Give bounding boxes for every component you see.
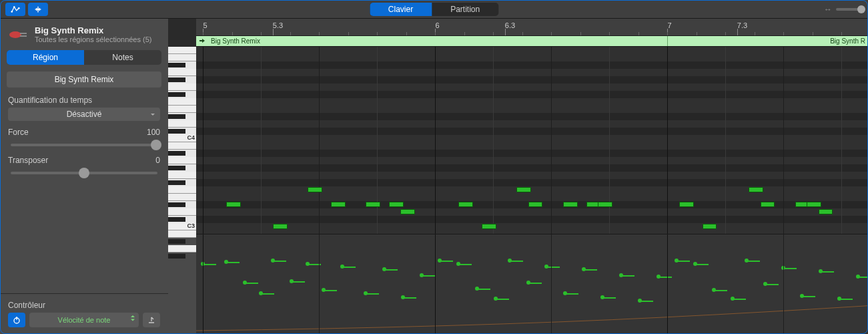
velocity-point[interactable] — [422, 275, 435, 334]
force-value: 100 — [147, 128, 160, 137]
velocity-point[interactable] — [292, 281, 305, 334]
velocity-point[interactable] — [226, 262, 240, 334]
midi-note[interactable] — [761, 202, 775, 207]
midi-note[interactable] — [528, 202, 543, 207]
midi-note[interactable] — [819, 209, 833, 214]
midi-note[interactable] — [389, 202, 404, 207]
velocity-point[interactable] — [203, 264, 216, 334]
controller-mode-dropdown[interactable]: Vélocité de note — [29, 313, 139, 327]
region-header-bar[interactable]: Big Synth Remix Big Synth R — [196, 36, 868, 47]
velocity-lane[interactable] — [196, 234, 868, 334]
velocity-point[interactable] — [384, 269, 398, 334]
inspector-mode-tabs: Région Notes — [7, 50, 161, 65]
velocity-point[interactable] — [765, 284, 779, 334]
piano-area: C4C3 — [168, 47, 868, 234]
velocity-point[interactable] — [440, 261, 453, 334]
midi-note[interactable] — [226, 202, 241, 207]
region-name-field[interactable]: Big Synth Remix — [7, 71, 161, 88]
power-icon — [13, 316, 21, 324]
ruler-tick: 6.3 — [505, 21, 515, 29]
midi-note[interactable] — [563, 202, 578, 207]
svg-point-3 — [9, 31, 21, 38]
midi-note[interactable] — [703, 224, 717, 229]
velocity-point[interactable] — [273, 261, 286, 334]
controller-block: Contrôleur Vélocité de note — [0, 293, 168, 334]
velocity-point[interactable] — [858, 277, 868, 334]
midi-note[interactable] — [516, 187, 531, 192]
velocity-point[interactable] — [458, 264, 472, 334]
midi-note[interactable] — [273, 224, 288, 229]
midi-note[interactable] — [308, 187, 322, 192]
velocity-point[interactable] — [821, 271, 834, 334]
velocity-point[interactable] — [621, 275, 634, 334]
piano-roll-editor: 55.366.377.3 Big Synth Remix Big Synth R… — [168, 19, 868, 334]
force-slider[interactable] — [11, 144, 157, 146]
velocity-row — [168, 234, 868, 334]
quantize-block: Quantification du temps Désactivé — [0, 96, 168, 128]
quantize-label: Quantification du temps — [8, 96, 92, 105]
svg-point-2 — [18, 7, 20, 9]
midi-note[interactable] — [482, 224, 496, 229]
note-grid[interactable] — [196, 47, 868, 234]
midi-note[interactable] — [458, 202, 473, 207]
velocity-point[interactable] — [640, 301, 653, 334]
midi-note[interactable] — [598, 202, 612, 207]
transpose-value: 0 — [155, 156, 160, 165]
transpose-slider-thumb[interactable] — [79, 168, 89, 178]
svg-rect-4 — [20, 33, 27, 34]
velocity-point[interactable] — [546, 267, 560, 334]
transpose-block: Transposer 0 — [0, 156, 168, 184]
automation-icon — [11, 5, 20, 14]
midi-note[interactable] — [331, 202, 346, 207]
zoom-slider-thumb[interactable] — [857, 5, 865, 13]
velocity-point[interactable] — [510, 261, 523, 334]
automation-tool-button[interactable] — [5, 3, 25, 16]
velocity-point[interactable] — [366, 293, 379, 334]
track-header: Big Synth Remix Toutes les régions sélec… — [0, 19, 168, 47]
velocity-point[interactable] — [342, 267, 356, 334]
velocity-point[interactable] — [565, 293, 578, 334]
svg-point-0 — [11, 11, 13, 13]
track-instrument-icon — [8, 28, 28, 41]
velocity-point[interactable] — [714, 290, 727, 334]
velocity-point[interactable] — [677, 261, 690, 334]
velocity-point[interactable] — [802, 296, 815, 334]
velocity-point[interactable] — [477, 289, 490, 334]
transpose-slider[interactable] — [11, 172, 157, 174]
zoom-horizontal-icon[interactable]: ↔ — [824, 5, 832, 14]
velocity-point[interactable] — [245, 283, 258, 334]
transpose-label: Transposer — [8, 156, 48, 165]
velocity-point[interactable] — [659, 277, 672, 334]
tab-region[interactable]: Région — [7, 50, 84, 65]
quantize-dropdown[interactable]: Désactivé — [8, 108, 160, 121]
velocity-point[interactable] — [528, 283, 542, 334]
midi-note[interactable] — [679, 202, 694, 207]
velocity-point[interactable] — [695, 264, 709, 334]
velocity-point[interactable] — [324, 290, 337, 334]
ruler-tick: 5.3 — [273, 21, 283, 29]
velocity-point[interactable] — [783, 268, 797, 334]
timeline-ruler[interactable]: 55.366.377.3 — [196, 19, 868, 36]
region-name-left: Big Synth Remix — [196, 37, 260, 45]
velocity-point[interactable] — [747, 261, 760, 334]
zoom-slider[interactable] — [836, 8, 863, 11]
force-slider-thumb[interactable] — [151, 140, 161, 150]
velocity-point[interactable] — [839, 299, 853, 334]
midi-note[interactable] — [749, 187, 763, 192]
midi-note[interactable] — [400, 209, 415, 214]
velocity-point[interactable] — [602, 297, 616, 334]
controller-share-button[interactable] — [143, 313, 160, 327]
tab-notes[interactable]: Notes — [84, 50, 161, 65]
velocity-point[interactable] — [584, 269, 597, 334]
piano-keyboard[interactable]: C4C3 — [168, 47, 196, 234]
svg-rect-5 — [20, 35, 27, 37]
velocity-point[interactable] — [403, 297, 416, 334]
tab-keyboard[interactable]: Clavier — [370, 3, 432, 16]
midi-note[interactable] — [807, 202, 821, 207]
velocity-point[interactable] — [496, 299, 509, 334]
controller-power-button[interactable] — [8, 313, 25, 327]
midi-note[interactable] — [366, 202, 380, 207]
catch-tool-button[interactable] — [28, 3, 48, 16]
tab-score[interactable]: Partition — [432, 3, 498, 16]
velocity-point[interactable] — [733, 299, 746, 334]
